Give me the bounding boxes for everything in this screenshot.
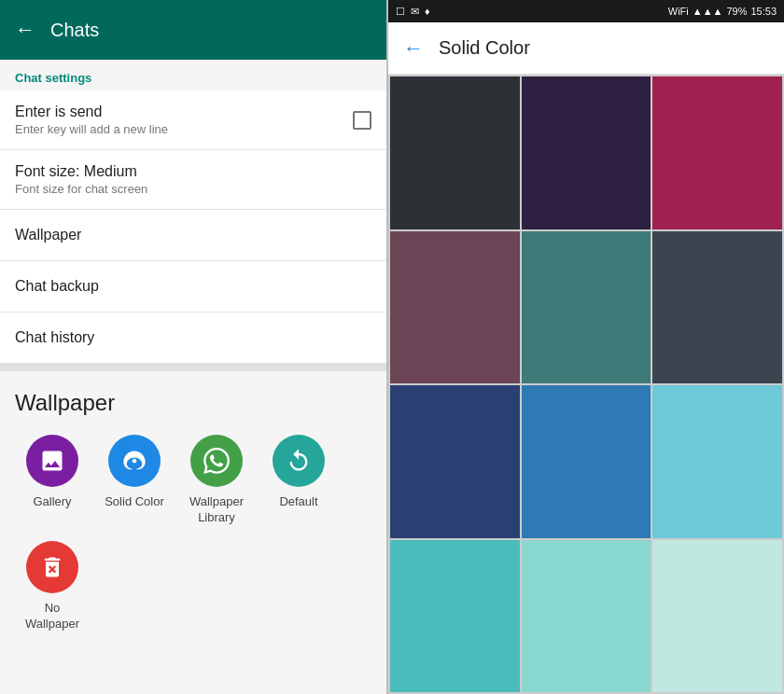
color-cell-4[interactable]	[522, 231, 651, 384]
gallery-icon	[39, 448, 65, 474]
solid-color-option[interactable]: Solid Color	[101, 435, 168, 526]
color-cell-8[interactable]	[652, 385, 782, 538]
solid-color-title: Solid Color	[439, 37, 530, 59]
enter-is-send-subtitle: Enter key will add a new line	[15, 122, 168, 136]
enter-is-send-title: Enter is send	[15, 104, 168, 120]
page-title: Chats	[50, 20, 99, 41]
solid-color-header: ← Solid Color	[388, 22, 784, 75]
color-cell-11[interactable]	[652, 540, 782, 693]
section-divider	[0, 364, 386, 371]
wallpaper-library-label: Wallpaper Library	[183, 494, 250, 526]
enter-is-send-item[interactable]: Enter is send Enter key will add a new l…	[0, 90, 386, 150]
no-wallpaper-option[interactable]: No Wallpaper	[19, 541, 86, 632]
no-wallpaper-icon	[39, 554, 65, 580]
color-cell-6[interactable]	[390, 385, 520, 538]
color-grid	[388, 75, 784, 694]
color-cell-10[interactable]	[522, 540, 651, 693]
section-label: Chat settings	[0, 60, 386, 90]
default-label: Default	[279, 494, 317, 510]
gallery-option[interactable]: Gallery	[19, 435, 86, 526]
color-cell-3[interactable]	[390, 231, 520, 384]
wallpaper-library-icon-circle	[190, 435, 243, 487]
color-cell-0[interactable]	[390, 76, 520, 229]
wallpaper-options-grid: Gallery Solid Color Wallpaper Libr	[15, 435, 371, 632]
whatsapp-icon	[203, 448, 230, 474]
color-cell-9[interactable]	[390, 540, 520, 693]
chat-history-item[interactable]: Chat history	[0, 312, 386, 364]
gallery-icon-circle	[26, 435, 78, 487]
wallpaper-library-option[interactable]: Wallpaper Library	[183, 435, 250, 526]
solid-color-icon	[121, 448, 147, 474]
gallery-label: Gallery	[33, 494, 71, 510]
color-cell-2[interactable]	[652, 76, 782, 229]
default-icon-circle	[273, 435, 325, 487]
chat-history-label: Chat history	[15, 329, 371, 346]
default-icon	[286, 448, 312, 474]
signal-icon: ▲▲▲	[693, 6, 723, 17]
wallpaper-section-title: Wallpaper	[15, 390, 371, 416]
left-header: ← Chats	[0, 0, 386, 60]
color-cell-7[interactable]	[522, 385, 651, 538]
wallpaper-label: Wallpaper	[15, 227, 371, 243]
wifi-icon: WiFi	[668, 6, 689, 17]
color-cell-1[interactable]	[522, 76, 651, 229]
enter-is-send-checkbox[interactable]	[353, 111, 371, 130]
status-left-icons: ☐ ✉ ♦	[396, 6, 430, 18]
back-button[interactable]: ←	[15, 18, 35, 42]
sim-icon: ☐	[396, 6, 405, 18]
no-wallpaper-icon-circle	[26, 541, 78, 593]
solid-color-icon-circle	[108, 435, 161, 487]
chat-backup-item[interactable]: Chat backup	[0, 261, 386, 312]
left-panel: ← Chats Chat settings Enter is send Ente…	[0, 0, 386, 694]
solid-color-back-button[interactable]: ←	[403, 36, 424, 61]
solid-color-label: Solid Color	[105, 494, 164, 510]
font-size-item[interactable]: Font size: Medium Font size for chat scr…	[0, 150, 386, 210]
color-cell-5[interactable]	[652, 231, 782, 384]
battery-level: 79%	[726, 6, 747, 17]
wallpaper-section: Wallpaper Gallery Solid Color	[0, 371, 386, 694]
mail-icon: ✉	[411, 6, 419, 18]
no-wallpaper-label: No Wallpaper	[19, 601, 86, 632]
font-size-title: Font size: Medium	[15, 163, 147, 180]
right-panel: ☐ ✉ ♦ WiFi ▲▲▲ 79% 15:53 ← Solid Color	[388, 0, 784, 694]
font-size-subtitle: Font size for chat screen	[15, 182, 147, 196]
status-bar: ☐ ✉ ♦ WiFi ▲▲▲ 79% 15:53	[388, 0, 784, 22]
wallpaper-item[interactable]: Wallpaper	[0, 210, 386, 261]
notification-icon: ♦	[425, 6, 430, 17]
chat-backup-label: Chat backup	[15, 278, 371, 295]
clock: 15:53	[750, 6, 777, 17]
status-right-info: WiFi ▲▲▲ 79% 15:53	[668, 6, 777, 17]
default-option[interactable]: Default	[265, 435, 332, 526]
